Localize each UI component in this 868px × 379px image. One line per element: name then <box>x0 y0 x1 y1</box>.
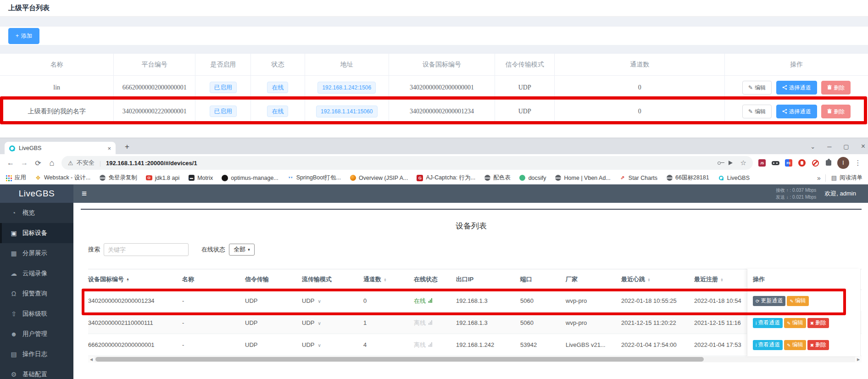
sidebar-item-overview[interactable]: ◔概览 <box>0 203 73 223</box>
bookmark-jdk-api[interactable]: Ojdk1.8 api <box>146 175 180 181</box>
sidebar-item-gb-cascade[interactable]: ⇧国标级联 <box>0 304 73 324</box>
bookmark-star-icon[interactable]: ☆ <box>740 159 746 167</box>
bookmark-motrix[interactable]: ▬Motrix <box>188 175 213 181</box>
bookmark-optimus[interactable]: optimus-manage... <box>222 175 278 181</box>
col-gb-id[interactable]: 设备国标编号▲▼ <box>88 275 182 284</box>
edit-button[interactable]: ✎编辑 <box>784 340 806 350</box>
cell-stream-mode[interactable]: UDP∨ <box>302 319 363 326</box>
extension-puzzle-icon[interactable] <box>824 158 833 167</box>
delete-button[interactable]: 删除 <box>821 81 851 95</box>
bookmark-jsip-overview[interactable]: Overview (JSIP A... <box>350 175 408 181</box>
device-row[interactable]: 34020000002000001234 - UDP UDP∨ 0 在线 192… <box>88 290 862 312</box>
add-platform-button[interactable]: +添加 <box>8 28 39 44</box>
minimize-button[interactable]: ─ <box>827 143 831 150</box>
bookmark-copy-free[interactable]: 免登录复制 <box>99 174 137 182</box>
horizontal-scrollbar[interactable]: ◀ ▶ <box>88 356 862 362</box>
reload-button[interactable]: ⟳ <box>31 156 45 170</box>
sidebar-item-gb-devices[interactable]: ▣国标设备 <box>0 223 73 243</box>
extension-js-icon[interactable]: JS <box>757 158 767 167</box>
bookmark-springboot[interactable]: ▼▼SpringBoot打包... <box>287 174 341 182</box>
update-channels-button[interactable]: ⟳更新通道 <box>753 296 785 306</box>
bookmark-docsify[interactable]: docsify <box>519 175 546 181</box>
bookmarks-overflow-icon[interactable]: » <box>817 174 821 182</box>
bookmark-vben[interactable]: Home | Vben Ad... <box>555 175 611 181</box>
extensions-bar: JS FE I ⋮ <box>757 157 862 169</box>
cell-name: - <box>182 297 245 304</box>
edit-button[interactable]: ✎编辑 <box>742 81 772 95</box>
online-status-select[interactable]: 全部▾ <box>229 244 255 256</box>
back-button[interactable]: ← <box>4 156 17 170</box>
bookmark-livegbs[interactable]: LiveGBS <box>718 175 750 181</box>
divider: | <box>100 160 101 167</box>
maximize-button[interactable]: ▢ <box>843 143 849 150</box>
new-tab-button[interactable]: + <box>121 141 133 153</box>
select-channels-button[interactable]: 选择通道 <box>776 105 817 118</box>
col-heartbeat[interactable]: 最近心跳▲▼ <box>621 275 694 284</box>
delete-button[interactable]: 删除 <box>821 105 851 118</box>
sort-icon[interactable]: ▲▼ <box>126 278 129 282</box>
edit-button[interactable]: ✎编辑 <box>787 296 808 306</box>
delete-button[interactable]: ✖删除 <box>807 340 829 350</box>
chevron-down-icon[interactable]: ⌄ <box>810 143 815 150</box>
device-row[interactable]: 34020000002110000111 - UDP UDP∨ 1 离线 192… <box>88 312 862 334</box>
cell-stream-mode[interactable]: UDP∨ <box>302 341 363 348</box>
scrollbar-thumb[interactable] <box>95 357 704 362</box>
forward-button[interactable]: → <box>17 156 31 170</box>
bookmark-gb28181[interactable]: 66国标28181 <box>666 174 709 182</box>
view-channels-button[interactable]: i查看通道 <box>753 340 783 350</box>
sidebar-item-basic-config[interactable]: ⚙基础配置 <box>0 364 73 379</box>
cell-gb-id: 66620000002000000001 <box>88 341 182 348</box>
sidebar-item-cloud-record[interactable]: ☁云端录像 <box>0 263 73 284</box>
sidebar-item-user-management[interactable]: ☻用户管理 <box>0 324 73 344</box>
sort-icon[interactable]: ▲▼ <box>720 278 723 282</box>
bookmark-apps[interactable]: 应用 <box>6 174 26 182</box>
delete-button[interactable]: ✖删除 <box>807 318 829 328</box>
profile-avatar[interactable]: I <box>837 157 849 169</box>
cell-online-status: 离线 <box>414 319 456 327</box>
tab-close-icon[interactable]: × <box>107 145 111 152</box>
extension-fe-icon[interactable]: FE <box>784 158 793 167</box>
sort-icon[interactable]: ▲▼ <box>647 278 651 282</box>
traffic-stats: 接收 ↑ : 0.037 Mbps 发送 ↓ : 0.021 Mbps <box>776 187 816 201</box>
cell-port: 5060 <box>520 297 566 304</box>
bookmark-color-table[interactable]: 配色表 <box>484 174 511 182</box>
sort-icon[interactable]: ▲▼ <box>384 278 387 282</box>
password-key-icon[interactable] <box>718 162 721 165</box>
edit-button[interactable]: ✎编辑 <box>742 105 772 118</box>
scrollbar-track[interactable] <box>95 357 855 362</box>
sidebar-item-split-screen[interactable]: ▦分屏展示 <box>0 243 73 263</box>
col-channels[interactable]: 通道数▲▼ <box>363 275 414 284</box>
bookmark-webstack[interactable]: ❖Webstack - 设计... <box>35 174 90 182</box>
browser-tab-livegbs[interactable]: LiveGBS × <box>5 142 116 155</box>
sidebar-item-operation-log[interactable]: ▤操作日志 <box>0 344 73 364</box>
cell-stream-mode[interactable]: UDP∨ <box>302 297 363 304</box>
select-channels-button[interactable]: 选择通道 <box>776 81 817 95</box>
col-platform-id: 平台编号 <box>114 54 195 76</box>
scroll-left-icon[interactable]: ◀ <box>88 357 95 362</box>
browser-menu-icon[interactable]: ⋮ <box>853 159 862 167</box>
col-ip: 出口IP <box>456 275 520 284</box>
extension-block-icon[interactable] <box>811 158 820 167</box>
home-button[interactable]: ⌂ <box>45 156 59 170</box>
security-label[interactable]: 不安全 <box>77 159 95 167</box>
send-to-device-icon[interactable] <box>729 161 733 165</box>
address-bar[interactable]: ⚠ 不安全 | 192.168.1.141:20000/#/devices/1 … <box>61 156 753 170</box>
close-button[interactable]: × <box>861 142 865 150</box>
content-area: 设备列表 搜索 在线状态 全部▾ 设备国标编号▲▼ 名称 信令传输 <box>73 203 868 379</box>
view-channels-button[interactable]: i查看通道 <box>753 318 783 328</box>
enabled-badge: 已启用 <box>210 106 237 117</box>
cell-gb-id: 34020000002000001234 <box>88 297 182 304</box>
reading-list-button[interactable]: ▤阅读清单 <box>831 174 862 182</box>
cloud-icon: ☁ <box>10 270 18 277</box>
extension-hand-icon[interactable] <box>797 158 807 167</box>
bookmark-aj-captcha[interactable]: GAJ-Captcha: 行为... <box>417 174 475 182</box>
extension-glasses-icon[interactable] <box>771 158 780 167</box>
signal-bars-icon[interactable] <box>428 298 432 303</box>
device-row[interactable]: 66620000002000000001 - UDP UDP∨ 4 离线 192… <box>88 334 862 356</box>
bookmark-star-charts[interactable]: ⇗Star Charts <box>619 175 657 181</box>
search-input[interactable] <box>104 243 189 256</box>
hamburger-icon[interactable]: ≡ <box>82 189 87 199</box>
edit-button[interactable]: ✎编辑 <box>784 318 806 328</box>
sidebar-item-alarm-query[interactable]: Ω报警查询 <box>0 284 73 304</box>
scroll-right-icon[interactable]: ▶ <box>855 357 862 362</box>
